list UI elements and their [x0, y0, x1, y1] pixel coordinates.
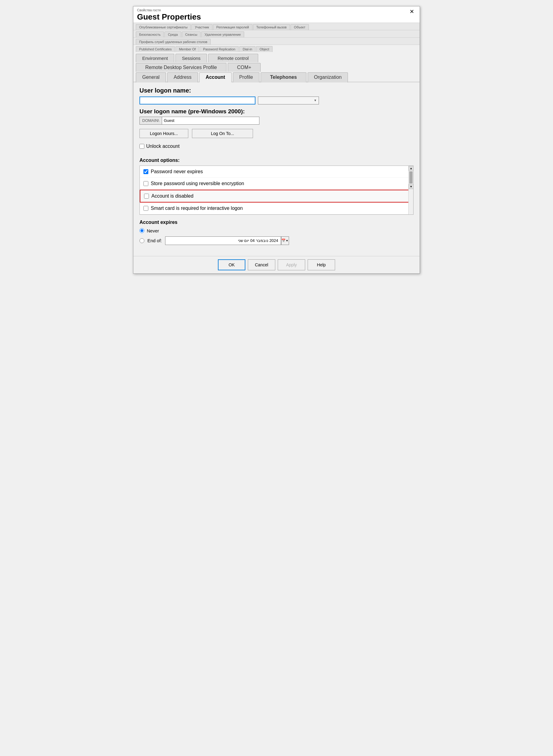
unlock-account-text: Unlock account	[146, 144, 179, 149]
checkbox-password-never-expires[interactable]	[143, 169, 148, 174]
checkbox-account-disabled[interactable]	[144, 194, 149, 199]
apply-button[interactable]: Apply	[278, 259, 305, 270]
russian-tab-rdp-profile[interactable]: Профиль служб удаленных рабочих столов	[136, 39, 211, 45]
english-tab-member-of[interactable]: Member Of	[175, 46, 199, 52]
cancel-button[interactable]: Cancel	[248, 259, 275, 270]
option-password-never-expires[interactable]: Password never expires	[140, 166, 413, 178]
account-options-title: Account options:	[140, 158, 413, 163]
unlock-account-checkbox[interactable]	[140, 144, 144, 149]
user-logon-input[interactable]	[140, 96, 255, 105]
main-window: Свойства гостя Guest Properties ✕ Опубли…	[133, 6, 420, 274]
domain-suffix-arrow: ▼	[314, 99, 317, 102]
user-logon-label: User logon name:	[140, 87, 413, 94]
label-store-password: Store password using reversible encrypti…	[151, 181, 244, 186]
date-value: 2024 נובמבר 04 יום שני	[238, 238, 278, 243]
log-on-to-button[interactable]: Log On To...	[192, 129, 253, 138]
scrollbar-thumb[interactable]	[409, 171, 413, 184]
russian-tab-security[interactable]: Безопасность	[136, 31, 164, 37]
english-tabs-row2: Environment Sessions Remote control	[136, 52, 417, 62]
close-button[interactable]: ✕	[408, 8, 416, 15]
title-large: Guest Properties	[137, 12, 201, 21]
tab-sessions[interactable]: Sessions	[175, 54, 207, 62]
end-of-label: End of:	[147, 238, 162, 243]
russian-tab-sessions[interactable]: Сеансы	[182, 31, 201, 37]
option-store-password[interactable]: Store password using reversible encrypti…	[140, 178, 413, 190]
calendar-icon: 📅	[282, 238, 286, 243]
english-tab-dial-in[interactable]: Dial-in	[239, 46, 255, 52]
tab-rdp-profile[interactable]: Remote Desktop Services Profile	[136, 63, 226, 72]
account-expires-title: Account expires	[140, 220, 413, 225]
unlock-account-label[interactable]: Unlock account	[140, 144, 179, 149]
russian-tabs-row2: Безопасность Среда Сеансы Удаленное упра…	[133, 30, 420, 38]
russian-tab-password-replication[interactable]: Репликация паролей	[213, 24, 252, 30]
tab-organization[interactable]: Organization	[308, 72, 348, 82]
title-bar: Свойства гостя Guest Properties ✕	[133, 6, 420, 23]
checkbox-smart-card[interactable]	[143, 206, 148, 211]
pre2000-input[interactable]	[162, 117, 259, 125]
english-main-tabs-container: Environment Sessions Remote control Remo…	[133, 52, 420, 82]
option-smart-card[interactable]: Smart card is required for interactive l…	[140, 203, 413, 214]
label-password-never-expires: Password never expires	[151, 169, 203, 175]
english-tabs-main-row: General Address Account Profile Telephon…	[136, 72, 417, 82]
logon-name-input-row: ▼	[140, 96, 413, 105]
never-radio[interactable]	[140, 228, 144, 233]
unlock-section: Unlock account	[140, 144, 413, 149]
title-bar-left: Свойства гостя Guest Properties	[137, 8, 201, 21]
end-of-radio-row: End of: 2024 נובמבר 04 יום שני 📅 ▼	[140, 236, 413, 245]
ok-button[interactable]: OK	[218, 259, 245, 270]
russian-tab-environment[interactable]: Среда	[164, 31, 181, 37]
russian-tab-remote-control[interactable]: Удаленное управление	[201, 31, 244, 37]
tab-remote-control[interactable]: Remote control	[208, 54, 258, 62]
account-options-section: Account options: Password never expires …	[140, 158, 413, 215]
bottom-bar: OK Cancel Apply Help	[133, 256, 420, 273]
english-tabs-row3: Remote Desktop Services Profile COM+	[136, 62, 417, 71]
russian-tab-phone-dial[interactable]: Телефонный вызов	[253, 24, 290, 30]
russian-tab-participant[interactable]: Участник	[191, 24, 212, 30]
date-picker-container: 2024 נובמבר 04 יום שני 📅 ▼	[165, 236, 289, 245]
never-radio-row: Never	[140, 228, 413, 233]
tab-account[interactable]: Account	[199, 72, 232, 82]
russian-tab-object[interactable]: Объект	[291, 24, 309, 30]
never-label: Never	[147, 228, 159, 233]
logon-name-section: User logon name: ▼	[140, 87, 413, 105]
tab-environment[interactable]: Environment	[136, 54, 174, 62]
account-options-box: Password never expires Store password us…	[140, 165, 413, 215]
pre2000-title: User logon name (pre-Windows 2000):	[140, 108, 413, 115]
help-button[interactable]: Help	[308, 259, 335, 270]
russian-tabs-row1: Опубликованные сертификаты Участник Репл…	[133, 23, 420, 30]
date-field[interactable]: 2024 נובמבר 04 יום שני	[165, 236, 281, 245]
label-smart-card: Smart card is required for interactive l…	[151, 206, 243, 211]
english-tabs-row4: Published Certificates Member Of Passwor…	[133, 45, 420, 52]
russian-tab-published-certs[interactable]: Опубликованные сертификаты	[136, 24, 191, 30]
checkbox-store-password[interactable]	[143, 181, 148, 186]
domain-suffix-dropdown[interactable]: ▼	[258, 96, 319, 105]
content-area: User logon name: ▼ User logon name (pre-…	[133, 82, 420, 256]
option-account-disabled[interactable]: Account is disabled	[140, 190, 413, 203]
tab-profile[interactable]: Profile	[233, 72, 259, 82]
russian-tabs-row3: Профиль служб удаленных рабочих столов	[133, 38, 420, 45]
scrollbar-track: ▲ ▼	[408, 166, 413, 214]
english-tab-published-certs[interactable]: Published Certificates	[136, 46, 175, 52]
title-small: Свойства гостя	[137, 8, 201, 12]
calendar-arrow: ▼	[286, 239, 289, 242]
pre2000-section: User logon name (pre-Windows 2000): DOMA…	[140, 108, 413, 125]
calendar-button[interactable]: 📅 ▼	[281, 236, 289, 245]
logon-hours-button[interactable]: Logon Hours...	[140, 129, 188, 138]
pre2000-input-row: DOMAIN\	[140, 117, 413, 125]
end-of-radio[interactable]	[140, 238, 144, 243]
scrollbar-up-button[interactable]: ▲	[409, 166, 413, 171]
tab-general[interactable]: General	[136, 72, 166, 82]
tab-com-plus[interactable]: COM+	[228, 63, 261, 72]
english-tab-password-replication[interactable]: Password Replication	[200, 46, 239, 52]
english-tab-object[interactable]: Object	[256, 46, 272, 52]
account-expires-section: Account expires Never End of: 2024 נובמב…	[140, 220, 413, 245]
scrollbar-down-button[interactable]: ▼	[409, 184, 413, 189]
tab-telephones[interactable]: Telephones	[261, 72, 306, 82]
tab-address[interactable]: Address	[167, 72, 198, 82]
label-account-disabled: Account is disabled	[151, 193, 193, 199]
domain-prefix-label: DOMAIN\	[140, 117, 162, 125]
logon-buttons-row: Logon Hours... Log On To...	[140, 129, 413, 138]
